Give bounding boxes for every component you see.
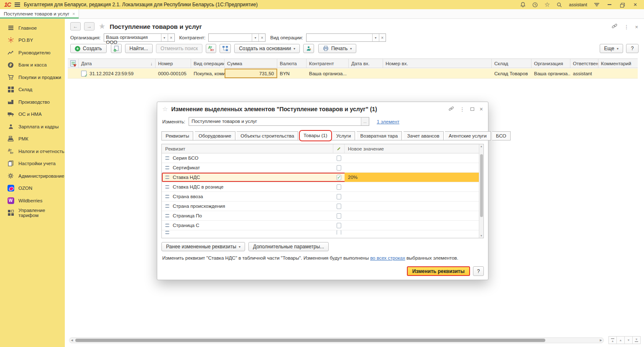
- scroll-down-icon[interactable]: ▼: [479, 235, 483, 237]
- dialog-close-icon[interactable]: ×: [480, 106, 483, 112]
- scroll-right-icon[interactable]: ▶: [598, 339, 603, 342]
- column-responsible[interactable]: Ответственный: [570, 59, 598, 68]
- attribute-row[interactable]: Сертификат: [162, 163, 483, 173]
- help-button[interactable]: ?: [626, 44, 639, 53]
- cancel-search-button[interactable]: Отменить поиск: [156, 44, 202, 53]
- operation-filter-combobox[interactable]: ▾ ×: [306, 33, 386, 42]
- related-documents-button[interactable]: [220, 44, 231, 53]
- dialog-more-icon[interactable]: ⋮: [460, 106, 465, 112]
- dialog-tab-obekty[interactable]: Объекты строительства: [237, 131, 298, 140]
- sidebar-item-poby[interactable]: PO.BY: [0, 34, 65, 47]
- scroll-left-icon[interactable]: ◀: [69, 339, 74, 342]
- dialog-maximize-icon[interactable]: [470, 106, 474, 112]
- forward-button[interactable]: →: [84, 22, 95, 31]
- previously-changed-attrs-button[interactable]: Ранее измененные реквизиты▾: [161, 242, 245, 251]
- attribute-checkbox[interactable]: [337, 213, 341, 219]
- restore-button[interactable]: [618, 1, 627, 8]
- tab-postuplenie[interactable]: Поступление товаров и услуг ×: [0, 9, 79, 18]
- sidebar-item-zarplata-kadry[interactable]: Зарплата и кадры: [0, 120, 65, 133]
- search-icon[interactable]: [555, 1, 564, 8]
- dialog-link-icon[interactable]: [448, 106, 454, 113]
- column-operation[interactable]: Вид операции: [191, 59, 225, 68]
- combo-dropdown-icon[interactable]: ▾: [161, 34, 168, 41]
- combo-clear-icon[interactable]: ×: [258, 34, 265, 41]
- sidebar-item-pokupki-prodazhi[interactable]: Покупки и продажи: [0, 71, 65, 84]
- column-date-in[interactable]: Дата вх.: [349, 59, 383, 68]
- sidebar-item-rukovoditelyu[interactable]: Руководителю: [0, 46, 65, 59]
- sidebar-item-ozon[interactable]: OZON: [0, 182, 65, 195]
- combo-clear-icon[interactable]: ×: [379, 34, 386, 41]
- elements-count-link[interactable]: 1 элемент: [377, 119, 399, 124]
- column-number-in[interactable]: Номер вх.: [383, 59, 492, 68]
- attribute-checkbox[interactable]: [337, 184, 341, 190]
- sidebar-item-proizvodstvo[interactable]: Производство: [0, 96, 65, 108]
- list-settings-icon[interactable]: [68, 59, 79, 68]
- additional-params-button[interactable]: Дополнительные параметры...: [248, 242, 329, 251]
- attribute-checkbox-checked[interactable]: [337, 175, 341, 180]
- back-button[interactable]: ←: [70, 22, 81, 31]
- combo-clear-icon[interactable]: ×: [168, 34, 174, 41]
- attribute-row[interactable]: Серия БСО: [162, 153, 483, 163]
- table-row[interactable]: 31.12.2024 23:59:59 0000-000105 Покупка,…: [68, 69, 638, 79]
- edit-selected-button[interactable]: [303, 44, 314, 53]
- dialog-favorite-star-icon[interactable]: ☆: [162, 105, 168, 113]
- column-date[interactable]: Дата↓: [79, 59, 156, 68]
- scroll-up-icon[interactable]: ▲: [479, 145, 483, 148]
- attribute-checkbox[interactable]: [337, 165, 341, 171]
- column-organization[interactable]: Организация: [532, 59, 570, 68]
- column-number[interactable]: Номер: [156, 59, 191, 68]
- attribute-checkbox[interactable]: [337, 223, 341, 228]
- attribute-row[interactable]: Страна происхождения: [162, 202, 483, 211]
- attribute-checkbox[interactable]: [337, 156, 341, 161]
- close-form-icon[interactable]: ×: [635, 24, 638, 30]
- favorite-star-icon[interactable]: ★: [99, 22, 105, 31]
- dialog-tab-bso[interactable]: БСО: [492, 131, 510, 140]
- notifications-bell-icon[interactable]: [519, 1, 527, 8]
- dialog-tab-avansy[interactable]: Зачет авансов: [404, 131, 444, 140]
- attribute-checkbox[interactable]: [337, 204, 341, 209]
- column-sum[interactable]: Сумма: [225, 59, 277, 68]
- sidebar-item-os-nma[interactable]: ОС и НМА: [0, 108, 65, 121]
- find-button[interactable]: Найти...: [125, 44, 153, 53]
- combo-dropdown-icon[interactable]: ▾: [252, 34, 258, 41]
- dialog-vertical-scrollbar[interactable]: ▲ ▼: [479, 144, 483, 238]
- close-button[interactable]: ×: [631, 1, 640, 8]
- new-value-cell[interactable]: 20%: [345, 173, 483, 182]
- current-user[interactable]: assistant: [569, 2, 587, 7]
- column-contractor[interactable]: Контрагент: [307, 59, 349, 68]
- more-menu-icon[interactable]: ⋮: [624, 24, 629, 30]
- attribute-row[interactable]: Страница С: [162, 221, 483, 230]
- dialog-tab-agentskie[interactable]: Агентские услуги: [445, 131, 491, 140]
- horizontal-scrollbar[interactable]: ◀ ▶: [69, 337, 604, 343]
- print-button[interactable]: Печать▾: [318, 44, 356, 53]
- service-menu-icon[interactable]: [593, 1, 601, 8]
- column-currency[interactable]: Валюта: [277, 59, 307, 68]
- go-first-row-button[interactable]: ▲: [608, 336, 617, 344]
- scrollbar-thumb[interactable]: [480, 154, 483, 217]
- sidebar-item-nastroiki-ucheta[interactable]: Настройки учета: [0, 158, 65, 170]
- column-warehouse[interactable]: Склад: [492, 59, 532, 68]
- sum-cell-highlighted[interactable]: 731,50: [225, 69, 277, 78]
- apply-changes-button[interactable]: Изменить реквизиты: [407, 266, 470, 276]
- sidebar-item-rmk[interactable]: РМК: [0, 133, 65, 145]
- go-prev-row-button[interactable]: ▲: [616, 336, 625, 344]
- get-link-icon[interactable]: [611, 23, 618, 31]
- sidebar-item-administrirovanie[interactable]: Администрирование: [0, 170, 65, 182]
- change-object-input[interactable]: Поступление товаров и услуг ...: [189, 117, 369, 126]
- combo-dropdown-icon[interactable]: ▾: [372, 34, 379, 41]
- dialog-tab-uslugi[interactable]: Услуги: [332, 131, 355, 140]
- go-last-row-button[interactable]: ▼: [632, 336, 641, 344]
- minimize-button[interactable]: [605, 1, 614, 8]
- create-based-on-button[interactable]: Создать на основании▾: [234, 44, 300, 53]
- sidebar-item-wildberries[interactable]: W Wildberries: [0, 194, 65, 207]
- sidebar-item-upravlenie-tarifom[interactable]: Управление тарифом: [0, 207, 65, 219]
- dtkt-postings-button[interactable]: ДтКт: [206, 44, 216, 53]
- sidebar-item-sklad[interactable]: Склад: [0, 84, 65, 96]
- all-rows-link[interactable]: во всех строках: [370, 255, 405, 260]
- favorites-star-icon[interactable]: ☆: [543, 1, 552, 8]
- dialog-tab-oborudovanie[interactable]: Оборудование: [195, 131, 235, 140]
- attribute-row[interactable]: Ставка НДС в рознице: [162, 182, 483, 192]
- dialog-help-button[interactable]: ?: [473, 266, 484, 276]
- main-menu-icon[interactable]: [15, 2, 20, 8]
- contractor-filter-combobox[interactable]: ▾ ×: [208, 33, 266, 42]
